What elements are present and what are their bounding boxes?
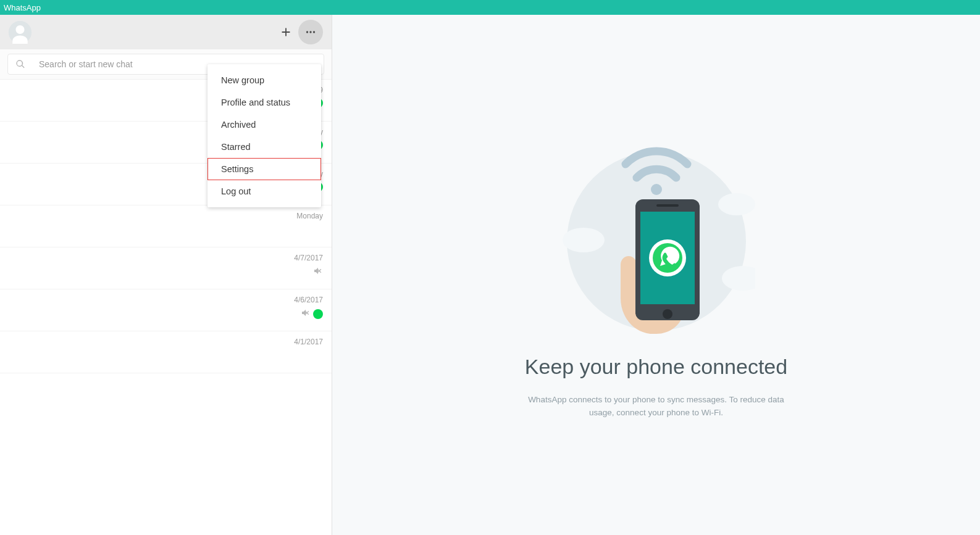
chat-time: 4/6/2017 bbox=[294, 296, 323, 304]
chat-time: Monday bbox=[296, 212, 323, 220]
menu-item-profile-and-status[interactable]: Profile and status bbox=[207, 91, 321, 114]
chat-item[interactable]: 4/6/2017 bbox=[0, 289, 332, 331]
svg-point-8 bbox=[651, 184, 662, 195]
app-name: WhatsApp bbox=[4, 3, 41, 12]
svg-point-2 bbox=[309, 31, 311, 33]
svg-rect-12 bbox=[656, 204, 679, 207]
menu-item-log-out[interactable]: Log out bbox=[207, 180, 321, 202]
chat-time: 4/1/2017 bbox=[294, 338, 323, 346]
titlebar: WhatsApp bbox=[0, 0, 980, 15]
svg-point-5 bbox=[563, 228, 605, 252]
svg-point-6 bbox=[718, 193, 755, 215]
menu-item-starred[interactable]: Starred bbox=[207, 136, 321, 158]
landing-illustration bbox=[558, 130, 755, 336]
chat-item[interactable]: 4/7/2017 bbox=[0, 247, 332, 289]
plus-icon bbox=[279, 25, 293, 39]
chat-time: 4/7/2017 bbox=[294, 254, 323, 262]
menu-item-settings[interactable]: Settings bbox=[207, 158, 321, 180]
whatsapp-phone-wifi-icon bbox=[558, 130, 755, 334]
context-menu: New groupProfile and statusArchivedStarr… bbox=[207, 64, 321, 207]
new-chat-button[interactable] bbox=[274, 20, 298, 44]
landing-panel: Keep your phone connected WhatsApp conne… bbox=[332, 15, 980, 535]
muted-indicator bbox=[313, 266, 323, 278]
user-icon bbox=[9, 21, 31, 44]
menu-item-archived[interactable]: Archived bbox=[207, 114, 321, 136]
muted-icon bbox=[301, 308, 311, 318]
chat-item[interactable]: Monday bbox=[0, 205, 332, 247]
chat-item[interactable]: 4/1/2017 bbox=[0, 331, 332, 373]
avatar[interactable] bbox=[9, 21, 31, 44]
landing-subtitle: WhatsApp connects to your phone to sync … bbox=[521, 394, 792, 420]
menu-item-new-group[interactable]: New group bbox=[207, 69, 321, 91]
sidebar-header bbox=[0, 15, 332, 49]
more-horizontal-icon bbox=[304, 25, 317, 39]
muted-icon bbox=[313, 266, 323, 276]
menu-button[interactable] bbox=[298, 20, 323, 44]
sidebar: 9yyMonday4/7/20174/6/20174/1/2017 New gr… bbox=[0, 15, 332, 535]
svg-point-1 bbox=[306, 31, 308, 33]
unread-indicator bbox=[313, 309, 323, 319]
svg-point-11 bbox=[663, 309, 672, 319]
landing-title: Keep your phone connected bbox=[525, 355, 787, 379]
muted-indicator bbox=[301, 308, 311, 320]
svg-point-3 bbox=[313, 31, 315, 33]
search-icon bbox=[15, 59, 25, 69]
